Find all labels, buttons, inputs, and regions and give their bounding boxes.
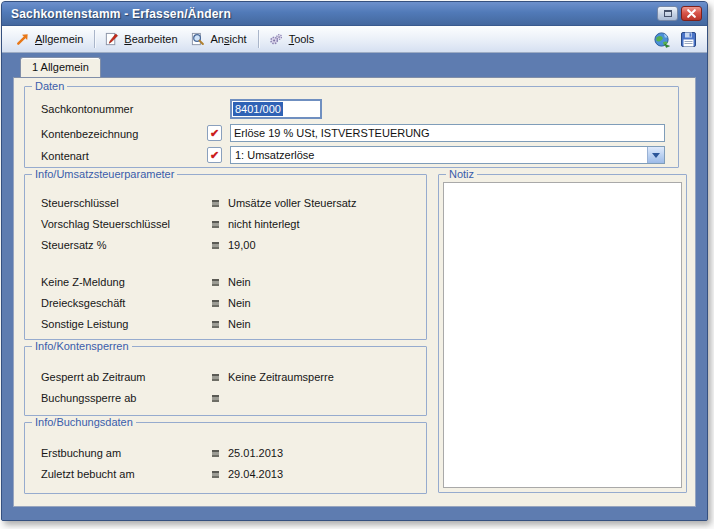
group-notiz-title: Notiz	[446, 168, 477, 180]
row-label: Erstbuchung am	[41, 445, 121, 461]
row-label: Steuersatz %	[41, 237, 106, 253]
globe-icon[interactable]	[653, 31, 671, 48]
info-row: Gesperrt ab Zeitraum Keine Zeitraumsperr…	[25, 369, 426, 385]
row-value: Keine Zeitraumsperre	[228, 369, 334, 385]
gears-icon	[268, 32, 284, 47]
label-kontenbezeichnung: Kontenbezeichnung	[41, 125, 138, 143]
kontenart-dropdown[interactable]: 1: Umsatzerlöse	[230, 146, 665, 164]
close-icon	[687, 9, 696, 18]
row-label: Vorschlag Steuerschlüssel	[41, 216, 170, 232]
row-label: Sonstige Leistung	[41, 316, 128, 332]
info-row: Dreiecksgeschäft Nein	[25, 295, 426, 311]
sachkontonummer-input[interactable]: 8401/000	[230, 99, 322, 119]
toolbar: Allgemein Bearbeiten Ansicht	[2, 26, 707, 53]
row-value: Nein	[228, 274, 251, 290]
group-kontensperren-title: Info/Kontensperren	[32, 340, 132, 352]
toolbar-separator	[258, 30, 259, 48]
save-icon[interactable]	[680, 31, 697, 48]
info-row: Keine Z-Meldung Nein	[25, 274, 426, 290]
row-value: nicht hinterlegt	[228, 216, 300, 232]
info-row: Buchungssperre ab	[25, 390, 426, 406]
bullet-icon	[212, 395, 219, 402]
menu-ansicht[interactable]: Ansicht	[185, 30, 254, 49]
group-buchungsdaten-title: Info/Buchungsdaten	[32, 416, 136, 428]
row-label: Gesperrt ab Zeitraum	[41, 369, 146, 385]
app-window: Sachkontenstamm - Erfassen/Ändern Allgem…	[1, 1, 708, 521]
info-row: Erstbuchung am 25.01.2013	[25, 445, 426, 461]
row-label: Buchungssperre ab	[41, 390, 136, 406]
notiz-textarea[interactable]	[443, 182, 682, 488]
group-umsatzsteuerparameter: Info/Umsatzsteuerparameter Steuerschlüss…	[24, 174, 427, 340]
chevron-down-icon	[652, 153, 660, 158]
row-label: Zuletzt bebucht am	[41, 466, 135, 482]
bullet-icon	[212, 471, 219, 478]
restore-window-button[interactable]	[657, 6, 678, 21]
menu-allgemein-label: Allgemein	[35, 33, 83, 45]
menu-tools[interactable]: Tools	[263, 30, 322, 49]
row-value: 19,00	[228, 237, 256, 253]
toolbar-separator	[94, 30, 95, 48]
row-label: Dreiecksgeschäft	[41, 295, 125, 311]
tab-row: 1 Allgemein	[20, 57, 101, 78]
row-value: Umsätze voller Steuersatz	[228, 195, 356, 211]
row-value: Nein	[228, 316, 251, 332]
sachkontonummer-value: 8401/000	[233, 102, 283, 116]
bullet-icon	[212, 242, 219, 249]
label-kontenart: Kontenart	[41, 147, 89, 165]
info-row: Steuerschlüssel Umsätze voller Steuersat…	[25, 195, 426, 211]
edit-page-icon	[104, 32, 119, 47]
bullet-icon	[212, 450, 219, 457]
restore-icon	[664, 10, 672, 17]
arrow-up-right-icon	[15, 32, 30, 47]
group-umsatzsteuerparameter-title: Info/Umsatzsteuerparameter	[32, 168, 177, 180]
tab-allgemein[interactable]: 1 Allgemein	[20, 57, 101, 78]
row-value: 25.01.2013	[228, 445, 283, 461]
row-value: 29.04.2013	[228, 466, 283, 482]
magnifier-page-icon	[190, 32, 206, 47]
group-kontensperren: Info/Kontensperren Gesperrt ab Zeitraum …	[24, 346, 427, 416]
info-row: Steuersatz % 19,00	[25, 237, 426, 253]
info-row: Sonstige Leistung Nein	[25, 316, 426, 332]
window-body: 1 Allgemein Daten Sachkontonummer 8401/0…	[2, 53, 707, 520]
menu-allgemein[interactable]: Allgemein	[10, 30, 90, 49]
bullet-icon	[212, 200, 219, 207]
group-daten-title: Daten	[32, 80, 67, 92]
info-row: Zuletzt bebucht am 29.04.2013	[25, 466, 426, 482]
menu-bearbeiten[interactable]: Bearbeiten	[99, 30, 184, 49]
close-window-button[interactable]	[681, 6, 702, 21]
content-panel: Daten Sachkontonummer 8401/000 Kontenbez…	[13, 77, 696, 507]
group-notiz: Notiz	[438, 174, 687, 493]
group-buchungsdaten: Info/Buchungsdaten Erstbuchung am 25.01.…	[24, 422, 427, 494]
info-row: Vorschlag Steuerschlüssel nicht hinterle…	[25, 216, 426, 232]
label-sachkontonummer: Sachkontonummer	[41, 100, 133, 118]
bullet-icon	[212, 374, 219, 381]
kontenart-value: 1: Umsatzerlöse	[231, 149, 647, 161]
bullet-icon	[212, 300, 219, 307]
menu-bearbeiten-label: Bearbeiten	[124, 33, 177, 45]
bullet-icon	[212, 321, 219, 328]
menu-ansicht-label: Ansicht	[211, 33, 247, 45]
bullet-icon	[212, 221, 219, 228]
group-daten: Daten Sachkontonummer 8401/000 Kontenbez…	[24, 86, 679, 168]
kontenbezeichnung-input[interactable]	[230, 124, 665, 142]
row-label: Steuerschlüssel	[41, 195, 119, 211]
row-value: Nein	[228, 295, 251, 311]
kontenart-dropdown-button[interactable]	[647, 147, 664, 163]
bullet-icon	[212, 279, 219, 286]
menu-tools-label: Tools	[289, 33, 315, 45]
kontenbezeichnung-check-button[interactable]: ✔	[207, 125, 222, 141]
row-label: Keine Z-Meldung	[41, 274, 125, 290]
kontenart-check-button[interactable]: ✔	[207, 147, 222, 163]
window-title: Sachkontenstamm - Erfassen/Ändern	[11, 7, 654, 21]
title-bar: Sachkontenstamm - Erfassen/Ändern	[2, 2, 707, 26]
